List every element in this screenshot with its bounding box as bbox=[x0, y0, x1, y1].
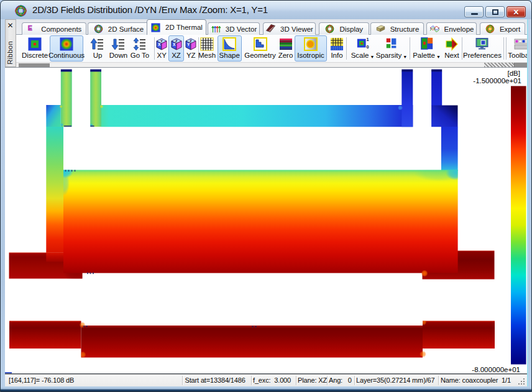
toolbar-button-discrete[interactable]: Discrete bbox=[21, 35, 49, 62]
field-shape-right-arm bbox=[441, 127, 458, 171]
toolbar-button-preferences[interactable]: Preferences bbox=[463, 35, 502, 62]
isotropic-icon bbox=[303, 37, 318, 52]
export-icon bbox=[485, 24, 495, 34]
field-shape-mesh-strip-1 bbox=[64, 125, 71, 127]
toolbar-button-yz[interactable]: Y ZYZ bbox=[185, 35, 198, 62]
toolbar-button-down[interactable]: Down bbox=[109, 35, 128, 62]
vector-icon bbox=[211, 24, 221, 34]
toolbar-button-palette[interactable]: Palette▼ bbox=[411, 35, 442, 62]
scrollbar-grip[interactable] bbox=[484, 63, 514, 67]
xz-cube-icon: X Z bbox=[169, 37, 184, 52]
tab-2d-surface[interactable]: 2D Surface bbox=[88, 22, 149, 35]
toolbar-button-info[interactable]: Info bbox=[329, 35, 345, 62]
minimize-button[interactable] bbox=[464, 6, 484, 17]
field-shape-tick-9 bbox=[86, 326, 88, 327]
toolbar-button-go-to[interactable]: Go To bbox=[129, 35, 150, 62]
field-shape-left-outer-junction bbox=[46, 253, 63, 262]
field-shape-tick-11 bbox=[255, 326, 257, 328]
status-divider bbox=[296, 376, 297, 385]
discrete-icon bbox=[27, 37, 42, 52]
tab-3d-viewer[interactable]: 3D Viewer bbox=[263, 22, 316, 35]
toolbar-button-up[interactable]: Up bbox=[88, 35, 108, 62]
svg-text:Y: Y bbox=[160, 39, 163, 43]
tab-envelope[interactable]: Envelope bbox=[426, 22, 477, 35]
resize-grip[interactable] bbox=[518, 378, 525, 385]
toolbar-button-scale[interactable]: 1 0Scale▼ bbox=[350, 35, 375, 62]
status-divider bbox=[251, 376, 252, 385]
toolbar-scrollbar[interactable] bbox=[5, 62, 527, 67]
ribbon-label: Ribbon bbox=[6, 41, 15, 65]
field-shape-stub-d-body bbox=[431, 71, 442, 106]
toolbar-button-geometry[interactable]: Geometry bbox=[243, 35, 277, 62]
tab-2d-thermal[interactable]: 2D Thermal bbox=[147, 19, 206, 35]
field-shape-stub-a-cap bbox=[61, 70, 72, 72]
window-border-left bbox=[1, 19, 5, 386]
status-field-0: [164,117]= -76.108 dB bbox=[9, 376, 74, 384]
tab-label: Components bbox=[41, 25, 81, 33]
mesh-icon bbox=[200, 37, 214, 52]
toolbar-button-mesh[interactable]: Mesh bbox=[197, 35, 218, 62]
goto-icon bbox=[132, 37, 147, 52]
tab-label: Display bbox=[339, 25, 363, 33]
field-shape-left-block bbox=[46, 105, 61, 127]
toolbar-button-isotropic[interactable]: Isotropic bbox=[295, 35, 327, 62]
app-window: 2D/3D Fields Distribution /DYN /Env Max … bbox=[0, 0, 532, 392]
field-distribution-plot bbox=[5, 68, 527, 374]
border-accent-line bbox=[527, 19, 528, 386]
toolbar-separator bbox=[506, 37, 507, 60]
scale-unit-label: [dB] bbox=[508, 70, 520, 77]
toolbar-separator bbox=[503, 37, 505, 60]
title-bar[interactable]: 2D/3D Fields Distribution /DYN /Env Max … bbox=[1, 1, 531, 19]
toolbar-button-label: Continuous bbox=[48, 52, 85, 60]
tab-label: Structure bbox=[390, 25, 420, 33]
toolbar-button-xy[interactable]: X YXY bbox=[156, 35, 168, 62]
field-shape-lower-left-block bbox=[9, 321, 81, 349]
tab-display[interactable]: Display bbox=[319, 22, 369, 35]
tab-3d-vector[interactable]: 3D Vector bbox=[208, 22, 260, 35]
toolbar-button-sparsity[interactable]: Sparsity▼ bbox=[375, 35, 408, 62]
field-shape-stub-d-flare bbox=[431, 106, 457, 127]
toolbar-button-label: Geometry bbox=[244, 52, 276, 60]
svg-text:0: 0 bbox=[366, 44, 369, 50]
field-shape-lower-right-block bbox=[423, 321, 495, 349]
tab-structure[interactable]: Structure bbox=[370, 22, 424, 35]
minimize-icon bbox=[471, 13, 478, 15]
toolbar-button-xz[interactable]: X ZXZ bbox=[168, 35, 184, 62]
tab-label: Envelope bbox=[444, 25, 474, 33]
status-bar: [164,117]= -76.108 dBStart at=13384/1486… bbox=[5, 374, 527, 386]
ribbon-close-icon[interactable]: ✕ bbox=[6, 21, 15, 30]
status-field-2: f_exc: 3.000 bbox=[253, 376, 291, 384]
status-divider bbox=[327, 376, 328, 385]
toolbar-button-label: Isotropic bbox=[297, 52, 324, 60]
close-button[interactable]: x bbox=[507, 6, 526, 17]
scrollbar-thumb[interactable] bbox=[19, 63, 50, 67]
geometry-icon bbox=[253, 37, 268, 52]
svg-text:E: E bbox=[28, 24, 32, 32]
toolbar-button-continuous[interactable]: Continuous bbox=[50, 35, 83, 62]
toolbar-button-zero[interactable]: Zero bbox=[277, 35, 295, 62]
tab-export[interactable]: Export bbox=[480, 22, 525, 35]
dropdown-arrow-icon: ▼ bbox=[403, 53, 407, 61]
tab-components[interactable]: EComponents bbox=[22, 22, 87, 35]
status-divider bbox=[354, 376, 355, 385]
toolbar-button-label: Next bbox=[444, 52, 459, 60]
maximize-button[interactable] bbox=[485, 6, 505, 17]
toolbar-button-label: Zero bbox=[278, 52, 293, 60]
scrollbar-endcap[interactable] bbox=[514, 63, 527, 67]
toolbar-button-shape[interactable]: Shape bbox=[218, 35, 242, 62]
svg-text:Z: Z bbox=[175, 39, 178, 43]
field-shape-tick-6 bbox=[90, 273, 91, 275]
field-shape-dot-orange-3 bbox=[421, 319, 427, 326]
xy-cube-icon: X Y bbox=[154, 37, 169, 52]
next-icon bbox=[444, 37, 459, 52]
toolbar-button-next[interactable]: Next bbox=[443, 35, 461, 62]
toolbar-button-label: Palette bbox=[413, 52, 435, 60]
ribbon-side-panel: ✕ Ribbon bbox=[5, 19, 16, 67]
field-shape-tick-1 bbox=[65, 170, 66, 172]
status-field-3: Plane: XZ bbox=[298, 376, 327, 384]
field-canvas[interactable]: [dB] -1.500000e+01 -8.000000e+01 bbox=[5, 67, 527, 374]
field-shape-stub-c-body bbox=[401, 71, 413, 127]
field-shape-upper-bar bbox=[101, 105, 413, 127]
field-shape-dot-orange-4 bbox=[420, 351, 426, 358]
tab-label: 3D Vector bbox=[226, 25, 257, 33]
